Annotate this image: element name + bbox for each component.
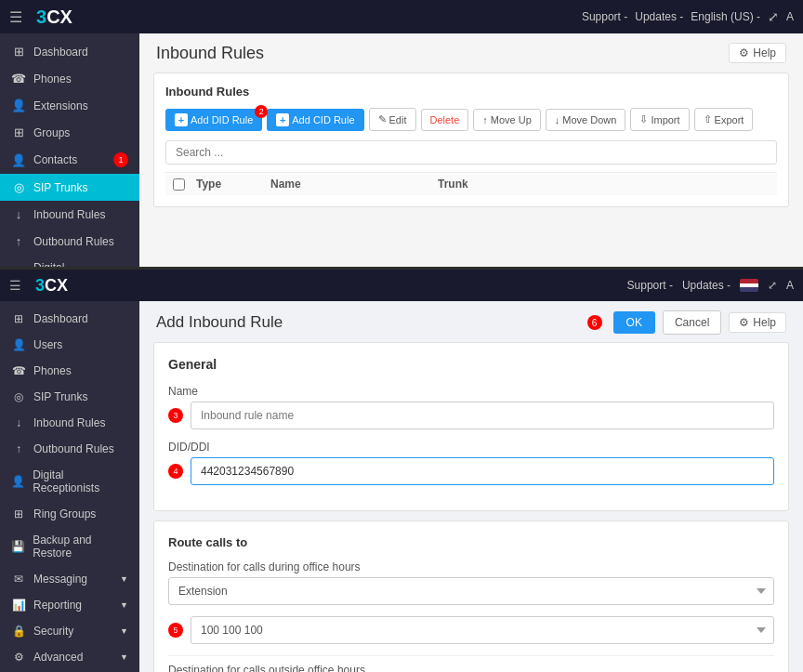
b-reporting-icon: 📊 [11, 599, 26, 612]
bottom-sidebar-dashboard[interactable]: ⊞ Dashboard [0, 306, 139, 332]
add-did-rule-wrap: + Add DID Rule 2 [165, 109, 262, 131]
col-name: Name [270, 178, 438, 191]
sidebar-label-dashboard: Dashboard [33, 46, 88, 59]
bottom-sidebar-backup[interactable]: 💾 Backup and Restore [0, 527, 139, 566]
top-sidebar: ⊞ Dashboard ☎ Phones 👤 Extensions ⊞ Grou… [0, 33, 139, 270]
delete-button[interactable]: Delete [421, 109, 469, 131]
bottom-sidebar-messaging[interactable]: ✉ Messaging ▼ [0, 566, 139, 592]
add-cid-label: Add CID Rule [292, 114, 354, 125]
bottom-sidebar-ring-groups[interactable]: ⊞ Ring Groups [0, 501, 139, 527]
cancel-button[interactable]: Cancel [663, 310, 721, 335]
sip-trunks-icon: ◎ [11, 180, 26, 194]
bottom-layout: ⊞ Dashboard 👤 Users ☎ Phones ◎ SIP Trunk… [0, 301, 803, 672]
top-logo: 3 CX [36, 7, 72, 28]
name-group: Name 3 [168, 385, 774, 429]
b-users-label: Users [33, 338, 62, 351]
bottom-sidebar-digital-receptionists[interactable]: 👤 Digital Receptionists [0, 462, 139, 501]
name-input[interactable] [191, 402, 774, 429]
export-button[interactable]: ⇧ Export [694, 108, 754, 131]
bottom-help-button[interactable]: ⚙ Help [729, 312, 786, 333]
bottom-help-gear-icon: ⚙ [739, 316, 749, 329]
sidebar-item-extensions[interactable]: 👤 Extensions [0, 92, 139, 119]
top-app-section: ☰ 3 CX Support - Updates - English (US) … [0, 0, 803, 270]
bottom-sidebar-users[interactable]: 👤 Users [0, 332, 139, 358]
add-cid-rule-button[interactable]: + Add CID Rule [267, 109, 363, 131]
language-menu[interactable]: English (US) - [691, 10, 760, 23]
move-down-button[interactable]: ↓ Move Down [546, 109, 626, 131]
expand-icon[interactable]: ⤢ [768, 9, 779, 24]
b-digital-icon: 👤 [11, 475, 25, 488]
top-layout: ⊞ Dashboard ☎ Phones 👤 Extensions ⊞ Grou… [0, 33, 803, 270]
office-hours-label: Destination for calls during office hour… [168, 560, 774, 573]
bottom-support-menu[interactable]: Support - [627, 279, 673, 292]
move-up-icon: ↑ [482, 114, 488, 125]
inbound-rules-icon: ↓ [11, 207, 26, 221]
expand-icon-bottom[interactable]: ⤢ [768, 279, 777, 292]
sidebar-item-sip-trunks[interactable]: ◎ SIP Trunks [0, 174, 139, 201]
support-menu[interactable]: Support - [582, 10, 627, 23]
sidebar-item-contacts[interactable]: 👤 Contacts 1 [0, 146, 139, 174]
bottom-hamburger-icon[interactable]: ☰ [9, 278, 21, 293]
bottom-sidebar-sip-trunks[interactable]: ◎ SIP Trunks [0, 384, 139, 410]
user-avatar: A [786, 10, 794, 23]
sidebar-item-phones[interactable]: ☎ Phones [0, 65, 139, 92]
logo-cx: CX [46, 7, 72, 28]
general-form-area: General Name 3 DID/DDI 4 [153, 342, 789, 511]
did-group: DID/DDI 4 [168, 441, 774, 485]
bottom-sidebar-reporting[interactable]: 📊 Reporting ▼ [0, 592, 139, 618]
sidebar-item-groups[interactable]: ⊞ Groups [0, 119, 139, 146]
delete-label: Delete [430, 114, 460, 125]
sidebar-item-inbound-rules[interactable]: ↓ Inbound Rules [0, 201, 139, 228]
extension-select-1[interactable]: 100 100 100 [191, 616, 774, 644]
b-phones-icon: ☎ [11, 364, 26, 377]
bottom-logo-3: 3 [35, 276, 45, 296]
move-down-icon: ↓ [555, 114, 560, 125]
inbound-rules-panel: Inbound Rules + Add DID Rule 2 + Add CID… [153, 72, 789, 207]
b-outbound-icon: ↑ [11, 442, 26, 455]
digital-receptionist-icon: 👤 [11, 268, 26, 270]
sidebar-item-digital-receptionist[interactable]: 👤 Digital Receptionist [0, 255, 139, 270]
phones-icon: ☎ [11, 72, 26, 86]
add-did-badge: 2 [255, 105, 268, 118]
add-did-label: Add DID Rule [191, 114, 253, 125]
search-input[interactable] [165, 140, 777, 165]
did-input[interactable] [191, 457, 774, 485]
b-ring-label: Ring Groups [33, 507, 96, 520]
sidebar-label-contacts: Contacts [33, 153, 77, 166]
b-dashboard-label: Dashboard [33, 312, 88, 325]
import-button[interactable]: ⇩ Import [630, 108, 689, 131]
ok-button[interactable]: OK [613, 311, 655, 334]
export-label: Export [715, 114, 744, 125]
top-nav-right: Support - Updates - English (US) - ⤢ A [582, 9, 794, 24]
b-outbound-label: Outbound Rules [33, 442, 114, 455]
divider [168, 655, 774, 656]
move-up-button[interactable]: ↑ Move Up [473, 109, 541, 131]
general-section-title: General [168, 357, 774, 372]
updates-menu[interactable]: Updates - [635, 10, 683, 23]
bottom-sidebar-phones[interactable]: ☎ Phones [0, 358, 139, 384]
table-header: Type Name Trunk [165, 172, 777, 195]
sidebar-item-outbound-rules[interactable]: ↑ Outbound Rules [0, 228, 139, 255]
import-icon: ⇩ [639, 113, 648, 125]
move-down-label: Move Down [562, 114, 616, 125]
bottom-help-label: Help [753, 316, 776, 329]
bottom-sidebar-advanced[interactable]: ⚙ Advanced ▼ [0, 644, 139, 670]
sidebar-item-dashboard[interactable]: ⊞ Dashboard [0, 38, 139, 65]
outside-hours-group: Destination for calls outside office hou… [168, 664, 774, 672]
logo-3: 3 [36, 7, 46, 28]
bottom-sidebar-inbound-rules[interactable]: ↓ Inbound Rules [0, 410, 139, 436]
top-main: Inbound Rules ⚙ Help Inbound Rules + Add… [139, 33, 803, 270]
add-cid-plus-icon: + [276, 113, 289, 126]
top-hamburger-icon[interactable]: ☰ [9, 8, 22, 26]
office-hours-select[interactable]: Extension [168, 577, 774, 605]
bottom-updates-menu[interactable]: Updates - [682, 279, 731, 292]
bottom-sidebar-outbound-rules[interactable]: ↑ Outbound Rules [0, 436, 139, 462]
top-help-button[interactable]: ⚙ Help [729, 43, 786, 63]
bottom-sidebar: ⊞ Dashboard 👤 Users ☎ Phones ◎ SIP Trunk… [0, 301, 139, 672]
toolbar: + Add DID Rule 2 + Add CID Rule ✎ Edit [165, 108, 777, 131]
sidebar-label-extensions: Extensions [33, 99, 88, 112]
add-did-rule-button[interactable]: + Add DID Rule [165, 109, 262, 131]
select-all-checkbox[interactable] [173, 178, 185, 191]
bottom-sidebar-security[interactable]: 🔒 Security ▼ [0, 618, 139, 644]
edit-button[interactable]: ✎ Edit [369, 108, 416, 131]
